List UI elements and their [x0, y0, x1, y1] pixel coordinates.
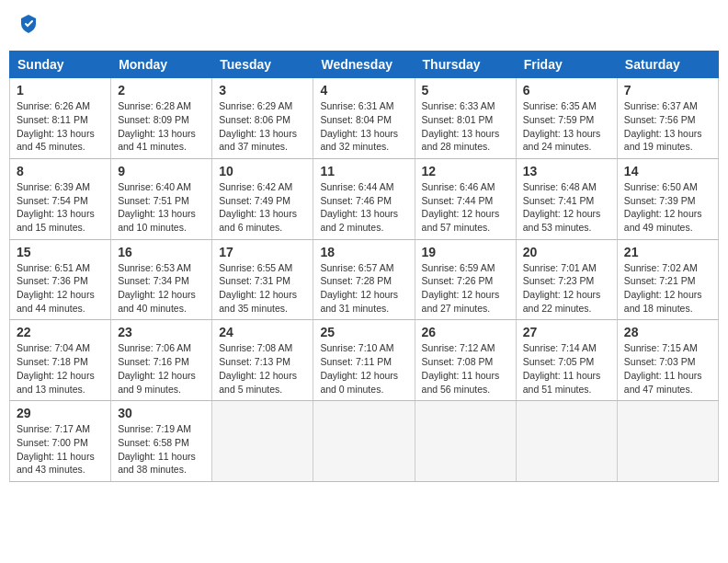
empty-cell: [313, 401, 415, 482]
day-info: Sunrise: 6:42 AM Sunset: 7:49 PM Dayligh…: [219, 180, 306, 235]
day-number: 24: [219, 325, 306, 339]
day-info: Sunrise: 7:19 AM Sunset: 6:58 PM Dayligh…: [118, 422, 205, 477]
logo: [18, 14, 37, 39]
day-info: Sunrise: 6:51 AM Sunset: 7:36 PM Dayligh…: [17, 261, 104, 316]
empty-cell: [516, 401, 617, 482]
week-row-4: 22Sunrise: 7:04 AM Sunset: 7:18 PM Dayli…: [10, 320, 719, 401]
day-info: Sunrise: 6:48 AM Sunset: 7:41 PM Dayligh…: [523, 180, 610, 235]
day-header-tuesday: Tuesday: [212, 52, 313, 78]
day-cell-10: 10Sunrise: 6:42 AM Sunset: 7:49 PM Dayli…: [212, 158, 313, 239]
day-number: 8: [17, 164, 104, 178]
week-row-1: 1Sunrise: 6:26 AM Sunset: 8:11 PM Daylig…: [10, 78, 719, 159]
header: [9, 9, 719, 43]
day-info: Sunrise: 6:28 AM Sunset: 8:09 PM Dayligh…: [118, 99, 205, 154]
day-info: Sunrise: 6:55 AM Sunset: 7:31 PM Dayligh…: [219, 261, 306, 316]
day-cell-7: 7Sunrise: 6:37 AM Sunset: 7:56 PM Daylig…: [617, 78, 718, 159]
day-info: Sunrise: 7:04 AM Sunset: 7:18 PM Dayligh…: [17, 341, 104, 396]
day-cell-1: 1Sunrise: 6:26 AM Sunset: 8:11 PM Daylig…: [10, 78, 111, 159]
day-cell-25: 25Sunrise: 7:10 AM Sunset: 7:11 PM Dayli…: [313, 320, 415, 401]
day-info: Sunrise: 6:37 AM Sunset: 7:56 PM Dayligh…: [624, 99, 711, 154]
day-cell-26: 26Sunrise: 7:12 AM Sunset: 7:08 PM Dayli…: [415, 320, 516, 401]
day-info: Sunrise: 6:29 AM Sunset: 8:06 PM Dayligh…: [219, 99, 306, 154]
day-number: 23: [118, 325, 205, 339]
day-header-wednesday: Wednesday: [313, 52, 415, 78]
empty-cell: [212, 401, 313, 482]
day-number: 2: [118, 83, 205, 98]
day-info: Sunrise: 6:39 AM Sunset: 7:54 PM Dayligh…: [17, 180, 104, 235]
day-info: Sunrise: 6:57 AM Sunset: 7:28 PM Dayligh…: [320, 261, 407, 316]
calendar: SundayMondayTuesdayWednesdayThursdayFrid…: [9, 51, 719, 482]
day-cell-24: 24Sunrise: 7:08 AM Sunset: 7:13 PM Dayli…: [212, 320, 313, 401]
day-number: 18: [320, 245, 407, 259]
day-info: Sunrise: 6:26 AM Sunset: 8:11 PM Dayligh…: [17, 99, 104, 154]
day-cell-9: 9Sunrise: 6:40 AM Sunset: 7:51 PM Daylig…: [111, 158, 212, 239]
day-info: Sunrise: 6:33 AM Sunset: 8:01 PM Dayligh…: [422, 99, 509, 154]
day-cell-12: 12Sunrise: 6:46 AM Sunset: 7:44 PM Dayli…: [415, 158, 516, 239]
day-cell-2: 2Sunrise: 6:28 AM Sunset: 8:09 PM Daylig…: [111, 78, 212, 159]
day-number: 13: [523, 164, 610, 178]
day-number: 6: [523, 83, 610, 98]
day-header-monday: Monday: [111, 52, 212, 78]
week-row-5: 29Sunrise: 7:17 AM Sunset: 7:00 PM Dayli…: [10, 401, 719, 482]
day-number: 21: [624, 245, 711, 259]
day-info: Sunrise: 7:17 AM Sunset: 7:00 PM Dayligh…: [17, 422, 104, 477]
day-number: 16: [118, 245, 205, 259]
day-number: 9: [118, 164, 205, 178]
day-number: 10: [219, 164, 306, 178]
day-cell-23: 23Sunrise: 7:06 AM Sunset: 7:16 PM Dayli…: [111, 320, 212, 401]
day-cell-11: 11Sunrise: 6:44 AM Sunset: 7:46 PM Dayli…: [313, 158, 415, 239]
day-number: 5: [422, 83, 509, 98]
day-info: Sunrise: 7:15 AM Sunset: 7:03 PM Dayligh…: [624, 341, 711, 396]
day-number: 14: [624, 164, 711, 178]
day-info: Sunrise: 6:59 AM Sunset: 7:26 PM Dayligh…: [422, 261, 509, 316]
day-number: 11: [320, 164, 407, 178]
day-cell-17: 17Sunrise: 6:55 AM Sunset: 7:31 PM Dayli…: [212, 239, 313, 320]
day-info: Sunrise: 6:53 AM Sunset: 7:34 PM Dayligh…: [118, 261, 205, 316]
day-cell-3: 3Sunrise: 6:29 AM Sunset: 8:06 PM Daylig…: [212, 78, 313, 159]
day-number: 19: [422, 245, 509, 259]
day-number: 26: [422, 325, 509, 339]
day-info: Sunrise: 6:31 AM Sunset: 8:04 PM Dayligh…: [320, 99, 407, 154]
day-cell-13: 13Sunrise: 6:48 AM Sunset: 7:41 PM Dayli…: [516, 158, 617, 239]
day-info: Sunrise: 7:02 AM Sunset: 7:21 PM Dayligh…: [624, 261, 711, 316]
day-cell-20: 20Sunrise: 7:01 AM Sunset: 7:23 PM Dayli…: [516, 239, 617, 320]
day-info: Sunrise: 7:14 AM Sunset: 7:05 PM Dayligh…: [523, 341, 610, 396]
day-cell-15: 15Sunrise: 6:51 AM Sunset: 7:36 PM Dayli…: [10, 239, 111, 320]
day-info: Sunrise: 6:40 AM Sunset: 7:51 PM Dayligh…: [118, 180, 205, 235]
day-info: Sunrise: 6:46 AM Sunset: 7:44 PM Dayligh…: [422, 180, 509, 235]
day-cell-4: 4Sunrise: 6:31 AM Sunset: 8:04 PM Daylig…: [313, 78, 415, 159]
day-header-thursday: Thursday: [415, 52, 516, 78]
day-header-friday: Friday: [516, 52, 617, 78]
day-cell-14: 14Sunrise: 6:50 AM Sunset: 7:39 PM Dayli…: [617, 158, 718, 239]
day-number: 15: [17, 245, 104, 259]
day-info: Sunrise: 7:10 AM Sunset: 7:11 PM Dayligh…: [320, 341, 407, 396]
day-cell-29: 29Sunrise: 7:17 AM Sunset: 7:00 PM Dayli…: [10, 401, 111, 482]
day-number: 3: [219, 83, 306, 98]
day-header-sunday: Sunday: [10, 52, 111, 78]
day-cell-16: 16Sunrise: 6:53 AM Sunset: 7:34 PM Dayli…: [111, 239, 212, 320]
day-info: Sunrise: 7:01 AM Sunset: 7:23 PM Dayligh…: [523, 261, 610, 316]
day-number: 4: [320, 83, 407, 98]
day-number: 29: [17, 406, 104, 420]
day-number: 12: [422, 164, 509, 178]
day-info: Sunrise: 6:35 AM Sunset: 7:59 PM Dayligh…: [523, 99, 610, 154]
empty-cell: [617, 401, 718, 482]
day-number: 25: [320, 325, 407, 339]
logo-icon: [20, 14, 37, 34]
day-cell-18: 18Sunrise: 6:57 AM Sunset: 7:28 PM Dayli…: [313, 239, 415, 320]
day-cell-22: 22Sunrise: 7:04 AM Sunset: 7:18 PM Dayli…: [10, 320, 111, 401]
day-number: 7: [624, 83, 711, 98]
day-number: 27: [523, 325, 610, 339]
day-cell-21: 21Sunrise: 7:02 AM Sunset: 7:21 PM Dayli…: [617, 239, 718, 320]
day-cell-5: 5Sunrise: 6:33 AM Sunset: 8:01 PM Daylig…: [415, 78, 516, 159]
day-number: 28: [624, 325, 711, 339]
day-info: Sunrise: 7:08 AM Sunset: 7:13 PM Dayligh…: [219, 341, 306, 396]
day-info: Sunrise: 6:44 AM Sunset: 7:46 PM Dayligh…: [320, 180, 407, 235]
day-cell-30: 30Sunrise: 7:19 AM Sunset: 6:58 PM Dayli…: [111, 401, 212, 482]
day-info: Sunrise: 6:50 AM Sunset: 7:39 PM Dayligh…: [624, 180, 711, 235]
day-cell-19: 19Sunrise: 6:59 AM Sunset: 7:26 PM Dayli…: [415, 239, 516, 320]
day-cell-6: 6Sunrise: 6:35 AM Sunset: 7:59 PM Daylig…: [516, 78, 617, 159]
day-cell-28: 28Sunrise: 7:15 AM Sunset: 7:03 PM Dayli…: [617, 320, 718, 401]
day-number: 17: [219, 245, 306, 259]
week-row-2: 8Sunrise: 6:39 AM Sunset: 7:54 PM Daylig…: [10, 158, 719, 239]
